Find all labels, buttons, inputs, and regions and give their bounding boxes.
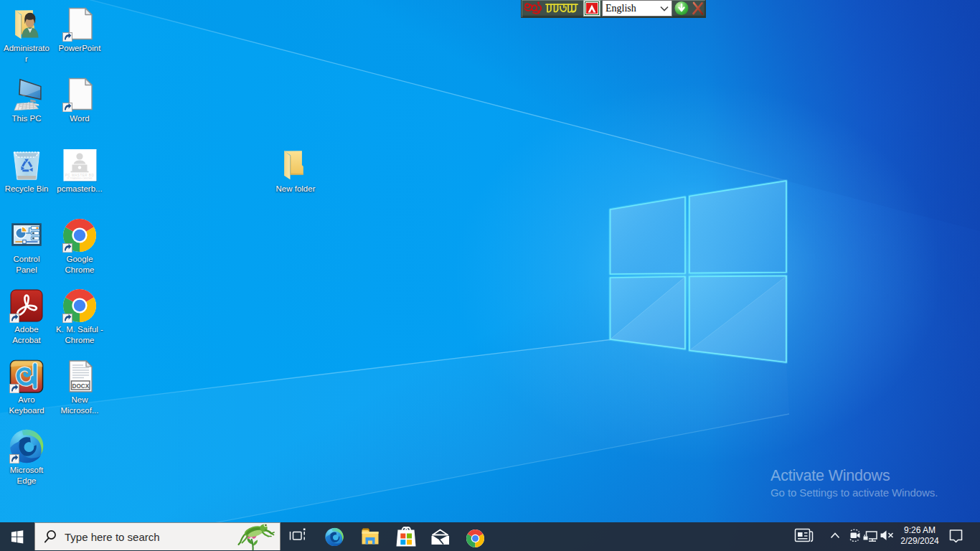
svg-text:English: English [606,3,636,14]
